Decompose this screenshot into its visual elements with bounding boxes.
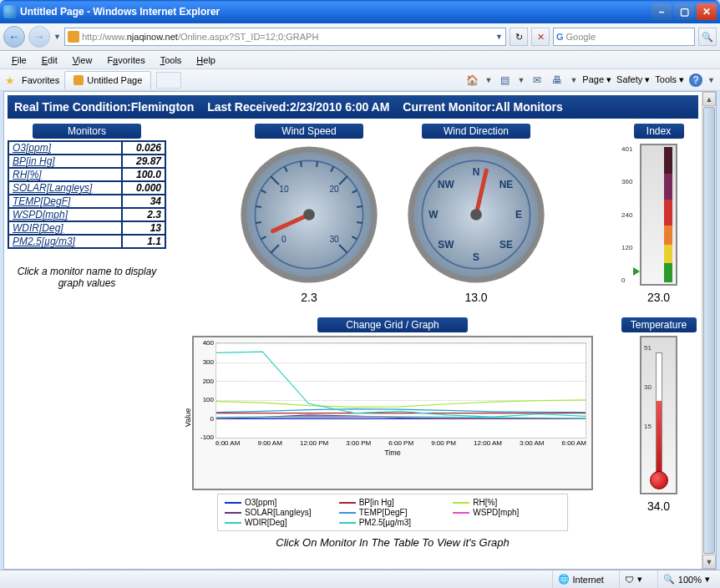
wind-dir-header: Wind Direction: [422, 124, 530, 139]
monitor-name-link[interactable]: WDIR[Deg]: [8, 221, 122, 235]
protected-mode[interactable]: 🛡▾: [619, 570, 647, 588]
scroll-thumb[interactable]: [703, 107, 715, 554]
address-bar[interactable]: http://www.njaqinow.net/Online.aspx?ST_I…: [64, 28, 506, 46]
home-icon[interactable]: 🏠: [465, 73, 480, 88]
feeds-icon[interactable]: ▤: [497, 73, 512, 88]
safety-menu[interactable]: Safety ▾: [616, 74, 650, 85]
help-icon[interactable]: ?: [689, 74, 702, 87]
scroll-down-button[interactable]: ▼: [702, 555, 716, 569]
svg-text:10: 10: [279, 185, 289, 194]
search-bar[interactable]: G Google: [553, 28, 695, 46]
tab-title: Untitled Page: [87, 75, 142, 85]
table-row: SOLAR[Langleys]0.000: [8, 181, 165, 195]
menu-view[interactable]: View: [66, 53, 99, 67]
forward-button[interactable]: →: [28, 26, 50, 48]
svg-point-24: [303, 209, 315, 220]
page-menu[interactable]: Page ▾: [582, 74, 611, 85]
legend-item: SOLAR[Langleys]: [225, 508, 332, 517]
temp-value: 34.0: [647, 499, 670, 513]
browser-tab[interactable]: Untitled Page: [64, 71, 151, 89]
table-row: BP[in Hg]29.87: [8, 155, 165, 168]
table-row: TEMP[DegF]34: [8, 195, 165, 208]
index-scale: 4013602401200: [640, 144, 677, 286]
monitor-name-link[interactable]: RH[%]: [8, 168, 122, 181]
monitor-name-link[interactable]: BP[in Hg]: [8, 155, 122, 168]
chart-area: -1000100200300400: [215, 342, 586, 438]
svg-line-6: [256, 206, 261, 207]
internet-zone[interactable]: 🌐 Internet: [552, 570, 609, 588]
svg-point-37: [470, 209, 482, 220]
site-favicon: [68, 31, 79, 43]
svg-line-11: [317, 161, 317, 167]
menu-tools[interactable]: Tools: [154, 53, 189, 67]
x-axis-label: Time: [199, 449, 586, 457]
y-axis-label: Value: [184, 408, 192, 426]
monitor-name-link[interactable]: SOLAR[Langleys]: [8, 181, 122, 195]
favorites-label[interactable]: Favorites: [22, 75, 59, 85]
svg-text:NE: NE: [499, 179, 514, 190]
monitor-name-link[interactable]: PM2.5[µg/m3]: [8, 235, 122, 248]
table-row: O3[ppm]0.026: [8, 141, 165, 155]
graph-header[interactable]: Change Grid / Graph: [317, 317, 468, 332]
chart-legend: O3[ppm]BP[in Hg]RH[%]SOLAR[Langleys]TEMP…: [217, 494, 568, 531]
minimize-button[interactable]: –: [652, 3, 672, 20]
maximize-button[interactable]: ▢: [674, 3, 694, 20]
shield-icon: 🛡: [625, 575, 634, 585]
svg-text:SE: SE: [499, 239, 513, 251]
close-button[interactable]: ✕: [697, 3, 717, 20]
ie-icon: [3, 5, 17, 18]
search-button[interactable]: 🔍: [698, 28, 717, 46]
favorites-star-icon[interactable]: ★: [5, 74, 17, 86]
url-text: http://www.njaqinow.net/Online.aspx?ST_I…: [82, 32, 493, 42]
table-row: WDIR[Deg]13: [8, 221, 165, 235]
favorites-bar: ★ Favorites Untitled Page 🏠▼ ▤▼ ✉ 🖶▼ Pag…: [0, 69, 720, 91]
monitor-value: 0.000: [122, 181, 165, 195]
svg-text:S: S: [473, 251, 479, 263]
monitor-name-link[interactable]: WSPD[mph]: [8, 208, 122, 221]
monitor-value: 100.0: [122, 168, 165, 181]
wind-dir-value: 13.0: [464, 291, 487, 304]
status-banner: Real Time Condition:Flemington Last Rece…: [8, 95, 698, 119]
svg-line-15: [357, 206, 363, 207]
tab-favicon: [74, 75, 84, 85]
monitor-value: 29.87: [122, 155, 165, 168]
monitor-value: 13: [122, 221, 165, 235]
monitor-name-link[interactable]: O3[ppm]: [8, 141, 122, 155]
tools-menu[interactable]: Tools ▾: [655, 74, 684, 85]
globe-icon: 🌐: [558, 574, 570, 585]
menu-file[interactable]: File: [5, 53, 33, 67]
index-pointer: [633, 267, 640, 276]
menu-edit[interactable]: Edit: [35, 53, 64, 67]
svg-text:N: N: [473, 166, 480, 178]
print-icon[interactable]: 🖶: [550, 73, 565, 88]
wind-speed-value: 2.3: [301, 291, 317, 304]
stop-button[interactable]: ✕: [531, 28, 550, 46]
monitors-table: O3[ppm]0.026BP[in Hg]29.87RH[%]100.0SOLA…: [8, 140, 166, 249]
legend-item: RH[%]: [453, 498, 560, 507]
scroll-up-button[interactable]: ▲: [702, 92, 716, 106]
navbar: ← → ▼ http://www.njaqinow.net/Online.asp…: [0, 23, 720, 51]
new-tab-button[interactable]: [156, 72, 181, 89]
menu-favorites[interactable]: Favorites: [100, 53, 151, 67]
svg-text:SW: SW: [438, 239, 454, 251]
refresh-button[interactable]: ↻: [510, 28, 528, 46]
mail-icon[interactable]: ✉: [530, 73, 545, 88]
titlebar: Untitled Page - Windows Internet Explore…: [0, 0, 720, 23]
legend-item: WDIR[Deg]: [225, 518, 332, 527]
temp-header: Temperature: [621, 317, 697, 332]
table-row: RH[%]100.0: [8, 168, 165, 181]
monitor-name-link[interactable]: TEMP[DegF]: [8, 195, 122, 208]
zoom-control[interactable]: 🔍 100% ▾: [657, 570, 715, 588]
statusbar: 🌐 Internet 🛡▾ 🔍 100% ▾: [0, 570, 720, 588]
back-button[interactable]: ←: [3, 26, 25, 48]
svg-text:0: 0: [281, 235, 286, 244]
monitor-value: 0.026: [122, 141, 165, 155]
monitor-value: 2.3: [122, 208, 165, 221]
menu-help[interactable]: Help: [190, 53, 222, 67]
svg-line-5: [256, 222, 261, 223]
table-row: PM2.5[µg/m3]1.1: [8, 235, 165, 248]
wind-speed-gauge: 0102030: [238, 144, 380, 286]
ie-window: Untitled Page - Windows Internet Explore…: [0, 0, 720, 588]
wind-dir-gauge: NNEESESSWWNW: [405, 144, 547, 286]
vertical-scrollbar[interactable]: ▲ ▼: [702, 92, 716, 569]
